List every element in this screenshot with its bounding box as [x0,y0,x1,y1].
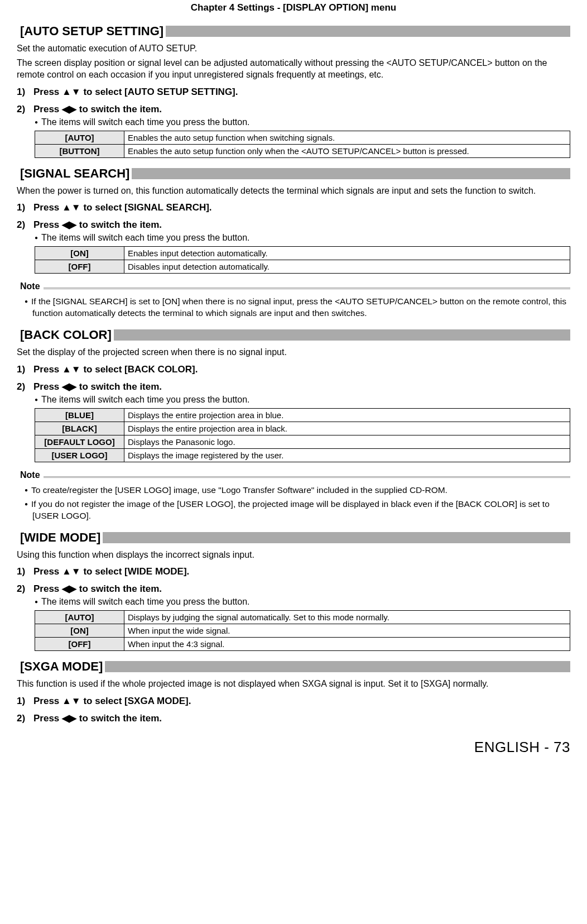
table-row: [ON]Enables input detection automaticall… [35,247,570,260]
step-bullet: The items will switch each time you pres… [35,597,570,607]
auto-setup-desc-2: The screen display position or signal le… [17,57,570,81]
section-title: [WIDE MODE] [17,530,103,545]
note-rule [17,476,570,478]
opt-key: [BLACK] [35,422,124,435]
step-bullet: The items will switch each time you pres… [35,117,570,127]
opt-val: Enables the auto setup function only whe… [124,144,570,157]
opt-val: Enables the auto setup function when swi… [124,131,570,144]
note-bullet: To create/register the [USER LOGO] image… [25,485,570,496]
section-title: [SXGA MODE] [17,659,105,674]
section-sxga-mode: [SXGA MODE] [17,659,570,674]
opt-key: [ON] [35,247,124,260]
section-title: [AUTO SETUP SETTING] [17,23,166,39]
step-2: 2)Press ◀▶ to switch the item. [17,103,570,115]
table-row: [AUTO]Enables the auto setup function wh… [35,131,570,144]
step-2: 2)Press ◀▶ to switch the item. [17,712,570,724]
back-color-desc: Set the display of the projected screen … [17,346,570,358]
step-2: 2)Press ◀▶ to switch the item. [17,381,570,392]
step-1: 1)Press ▲▼ to select [SIGNAL SEARCH]. [17,202,570,213]
opt-val: Disables input detection automatically. [124,260,570,274]
opt-val: Displays the Panasonic logo. [124,435,570,448]
back-color-table: [BLUE]Displays the entire projection are… [35,408,570,462]
table-row: [BUTTON]Enables the auto setup function … [35,144,570,157]
section-auto-setup-setting: [AUTO SETUP SETTING] [17,23,570,39]
step-text: Press ▲▼ to select [WIDE MODE]. [33,566,189,577]
note-bullet: If you do not register the image of the … [25,499,570,522]
auto-setup-desc-1: Set the automatic execution of AUTO SETU… [17,42,570,55]
note-rule [17,288,570,289]
opt-key: [BLUE] [35,408,124,422]
opt-val: Displays the entire projection area in b… [124,422,570,435]
opt-key: [AUTO] [35,131,124,144]
signal-search-desc: When the power is turned on, this functi… [17,185,570,197]
step-text: Press ▲▼ to select [AUTO SETUP SETTING]. [33,87,238,97]
step-text: Press ▲▼ to select [SIGNAL SEARCH]. [33,202,212,213]
wide-mode-desc: Using this function when displays the in… [17,549,570,561]
opt-key: [OFF] [35,638,124,651]
table-row: [OFF]Disables input detection automatica… [35,260,570,274]
step-bullet: The items will switch each time you pres… [35,233,570,243]
table-row: [ON]When input the wide signal. [35,624,570,638]
opt-val: Displays the image registered by the use… [124,448,570,462]
opt-key: [USER LOGO] [35,448,124,462]
wide-mode-table: [AUTO]Displays by judging the signal aut… [35,610,570,651]
opt-val: Enables input detection automatically. [124,247,570,260]
table-row: [DEFAULT LOGO]Displays the Panasonic log… [35,435,570,448]
note-heading: Note [17,470,570,482]
section-title: [SIGNAL SEARCH] [17,166,132,181]
step-text: Press ◀▶ to switch the item. [33,381,162,392]
opt-val: When input the 4:3 signal. [124,638,570,651]
page-header: Chapter 4 Settings - [DISPLAY OPTION] me… [17,0,570,16]
opt-key: [BUTTON] [35,144,124,157]
opt-val: Displays the entire projection area in b… [124,408,570,422]
opt-key: [OFF] [35,260,124,274]
table-row: [OFF]When input the 4:3 signal. [35,638,570,651]
step-text: Press ◀▶ to switch the item. [33,583,162,594]
opt-val: Displays by judging the signal automatic… [124,611,570,624]
step-text: Press ◀▶ to switch the item. [33,219,162,230]
section-back-color: [BACK COLOR] [17,327,570,343]
section-wide-mode: [WIDE MODE] [17,530,570,545]
section-title: [BACK COLOR] [17,327,114,343]
step-2: 2)Press ◀▶ to switch the item. [17,583,570,595]
table-row: [BLUE]Displays the entire projection are… [35,408,570,422]
table-row: [AUTO]Displays by judging the signal aut… [35,611,570,624]
step-text: Press ▲▼ to select [SXGA MODE]. [33,696,191,706]
note-heading: Note [17,281,570,294]
signal-search-table: [ON]Enables input detection automaticall… [35,246,570,274]
note-bullet: If the [SIGNAL SEARCH] is set to [ON] wh… [25,296,570,319]
page-footer: ENGLISH - 73 [17,739,570,756]
note-label: Note [17,281,44,291]
table-row: [USER LOGO]Displays the image registered… [35,448,570,462]
opt-val: When input the wide signal. [124,624,570,638]
sxga-mode-desc: This function is used if the whole proje… [17,678,570,690]
opt-key: [ON] [35,624,124,638]
step-bullet: The items will switch each time you pres… [35,395,570,405]
step-2: 2)Press ◀▶ to switch the item. [17,219,570,231]
step-1: 1)Press ▲▼ to select [BACK COLOR]. [17,364,570,375]
table-row: [BLACK]Displays the entire projection ar… [35,422,570,435]
opt-key: [DEFAULT LOGO] [35,435,124,448]
opt-key: [AUTO] [35,611,124,624]
section-signal-search: [SIGNAL SEARCH] [17,166,570,181]
note-label: Note [17,470,44,480]
auto-setup-table: [AUTO]Enables the auto setup function wh… [35,131,570,158]
step-text: Press ▲▼ to select [BACK COLOR]. [33,364,198,375]
step-1: 1)Press ▲▼ to select [WIDE MODE]. [17,566,570,577]
step-text: Press ◀▶ to switch the item. [33,713,162,724]
step-text: Press ◀▶ to switch the item. [33,104,162,114]
step-1: 1)Press ▲▼ to select [SXGA MODE]. [17,696,570,707]
step-1: 1)Press ▲▼ to select [AUTO SETUP SETTING… [17,87,570,98]
